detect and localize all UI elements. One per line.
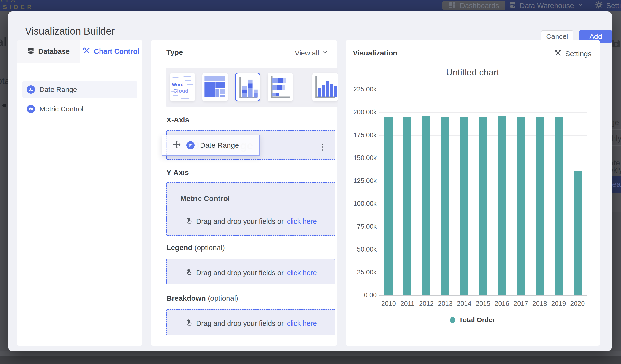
date-range-chip[interactable]: Date Range [162,135,260,156]
gridline [379,89,587,90]
y-axis-zone-title: Metric Control [180,194,230,203]
visualization-builder-modal: Visualization Builder Cancel Add Databas… [8,11,612,351]
kebab-menu-icon[interactable] [318,141,326,153]
drop-hint: Drag and drop your fields or click here [167,268,335,278]
database-icon [27,47,35,56]
app-logo: DATA INSIDER [0,0,34,10]
view-all-label: View all [295,49,319,57]
chart-settings-label: Settings [565,50,592,58]
backdrop-bottom-band [0,351,621,356]
type-card-column[interactable] [312,73,338,102]
hand-click-icon [185,268,193,278]
nav-settings[interactable]: Settings [595,0,621,11]
backdrop-text-fragment: al [0,35,6,49]
bar-2018 [535,117,544,295]
chart-title: Untitled chart [345,67,600,78]
legend-heading: Legend (optional) [166,243,225,252]
nav-dashboards[interactable]: Dashboards [442,1,505,10]
tab-database-label: Database [38,48,69,55]
backdrop-bullet [2,104,6,107]
fields-panel: Database Chart Control Date Range [17,40,142,346]
bar-2015 [479,117,487,295]
y-tick-label: 200.00k [345,108,377,116]
hand-click-icon [185,217,193,226]
save-icon [611,38,621,49]
nav-data-warehouse-label: Data Warehouse [519,1,574,10]
gear-icon [595,1,603,11]
chart-settings-button[interactable]: Settings [554,49,592,58]
type-card-treemap[interactable] [203,73,228,102]
y-tick-label: 125.00k [345,177,377,185]
view-all-dropdown[interactable]: View all [295,49,328,57]
backdrop-menu-item: ear [612,180,621,189]
field-item-metric-control[interactable]: Metric Control [22,100,137,118]
drop-hint-text: Drag and drop your fields or [196,319,283,328]
tools-icon [554,49,562,58]
drop-hint-text: Drag and drop your fields or [196,218,283,225]
bar-2020 [573,171,582,295]
legend-marker-icon [450,317,455,323]
backdrop-bottom-dark [0,356,621,364]
drop-hint: Drag and drop your fields or click here [167,319,335,328]
logo-line-1: DATA [0,0,34,4]
x-tick-label: 2012 [417,300,436,308]
x-tick-label: 2011 [398,300,417,308]
hand-click-icon [185,319,193,328]
legend-series-label: Total Order [459,316,495,324]
y-tick-label: 225.00k [345,86,377,93]
type-card-horizontal-bar[interactable] [268,73,293,102]
chevron-down-icon [321,49,328,57]
legend-optional-text: (optional) [194,243,225,252]
page: DATA INSIDER Dashboards Data Warehouse S… [0,0,621,364]
bar-2013 [441,117,449,295]
breakdown-heading: Breakdown (optional) [166,294,238,302]
x-tick-label: 2013 [436,300,455,308]
field-item-date-range[interactable]: Date Range [22,81,137,98]
visualization-panel: Visualization Settings Untitled chart 0.… [345,40,600,346]
y-tick-label: 25.00k [345,269,377,276]
control-sliders-icon [27,86,35,94]
dashboards-grid-icon [448,1,456,10]
bar-2017 [517,117,525,295]
logo-line-2: INSIDER [0,4,34,10]
chip-label: Date Range [200,141,239,149]
builder-panel: Type View all Word Cloud [151,40,337,346]
tab-chart-control[interactable]: Chart Control [80,40,143,63]
x-tick-label: 2019 [549,300,568,308]
horizontal-bar-icon [268,73,292,101]
legend-dropzone[interactable]: Drag and drop your fields or click here [166,259,335,284]
control-sliders-icon [186,141,195,149]
type-card-word-cloud[interactable]: Word Cloud [170,73,195,102]
y-tick-label: 100.00k [345,200,377,208]
chevron-down-icon [577,1,584,10]
nav-settings-label: Settings [606,1,621,10]
x-axis-heading: X-Axis [166,116,189,124]
breakdown-dropzone[interactable]: Drag and drop your fields or click here [166,309,335,335]
bar-2014 [460,117,468,295]
tools-icon [83,47,90,56]
chart-type-strip: Word Cloud [166,68,339,107]
modal-title: Visualization Builder [25,26,115,37]
type-card-stacked-column[interactable] [235,73,260,102]
chart-legend[interactable]: Total Order [345,316,600,324]
y-tick-label: 50.00k [345,246,377,253]
y-tick-label: 75.00k [345,223,377,230]
chart-x-axis: 2010201120122013201420152016201720182019… [379,300,587,310]
control-sliders-icon [27,105,35,113]
nav-data-warehouse[interactable]: Data Warehouse [509,0,584,11]
x-tick-label: 2017 [511,300,530,308]
bar-2010 [384,117,393,295]
y-tick-label: 0.00 [345,292,377,299]
tab-database[interactable]: Database [17,40,80,63]
click-here-link[interactable]: click here [287,269,317,277]
legend-heading-text: Legend [166,243,192,252]
click-here-link[interactable]: click here [287,218,317,225]
bar-2016 [498,116,506,295]
gridline [379,112,587,113]
treemap-icon [203,73,227,101]
x-tick-label: 2018 [530,300,549,308]
word-cloud-icon: Word Cloud [170,73,195,102]
click-here-link[interactable]: click here [287,319,317,328]
top-navbar: DATA INSIDER Dashboards Data Warehouse S… [0,0,621,11]
y-axis-dropzone[interactable]: Metric Control Drag and drop your fields… [166,182,335,236]
